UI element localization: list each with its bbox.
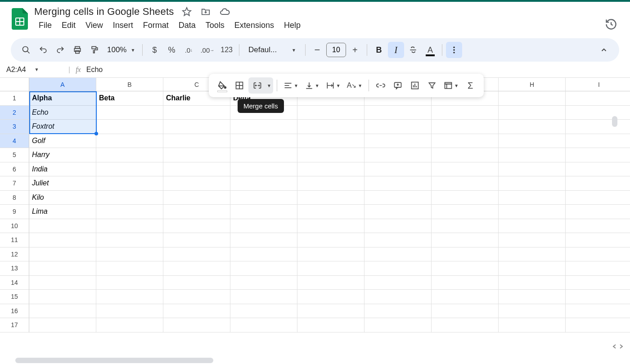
- cloud-status-icon[interactable]: [218, 5, 231, 18]
- cell[interactable]: [230, 318, 297, 333]
- cell[interactable]: [163, 219, 230, 234]
- cell[interactable]: [566, 162, 630, 177]
- cell[interactable]: [432, 176, 499, 191]
- cell[interactable]: Harry: [29, 148, 96, 162]
- cell[interactable]: [499, 120, 566, 134]
- cell[interactable]: [432, 120, 499, 134]
- cell[interactable]: [364, 233, 432, 247]
- cell[interactable]: [432, 106, 499, 120]
- cell[interactable]: [499, 91, 566, 106]
- cell[interactable]: [432, 233, 499, 247]
- row-header[interactable]: 13: [0, 261, 29, 276]
- cell[interactable]: [163, 233, 230, 247]
- cell[interactable]: [297, 148, 364, 162]
- menu-file[interactable]: File: [34, 19, 56, 32]
- cell[interactable]: [499, 233, 566, 247]
- cell[interactable]: [566, 106, 630, 120]
- cell[interactable]: [566, 290, 630, 304]
- text-color-button[interactable]: A: [422, 42, 438, 58]
- cell[interactable]: [297, 219, 364, 234]
- cell[interactable]: [29, 304, 96, 319]
- cell[interactable]: [566, 191, 630, 205]
- cell[interactable]: [163, 318, 230, 333]
- cell[interactable]: [499, 191, 566, 205]
- cell[interactable]: [566, 120, 630, 134]
- cell[interactable]: [364, 191, 432, 205]
- cell[interactable]: [432, 261, 499, 276]
- cell[interactable]: [499, 261, 566, 276]
- merge-dropdown-caret-icon[interactable]: ▼: [267, 83, 271, 88]
- cell[interactable]: [566, 304, 630, 319]
- column-header[interactable]: B: [96, 78, 163, 91]
- cell[interactable]: [566, 219, 630, 234]
- cell[interactable]: [566, 148, 630, 162]
- cell[interactable]: [364, 219, 432, 234]
- borders-button[interactable]: [231, 77, 248, 94]
- cell[interactable]: [566, 233, 630, 247]
- cell[interactable]: [96, 219, 163, 234]
- cell[interactable]: Alpha: [29, 91, 96, 106]
- cell[interactable]: [230, 247, 297, 262]
- cell[interactable]: [163, 247, 230, 262]
- more-toolbar-button[interactable]: [446, 42, 462, 58]
- cell[interactable]: [499, 219, 566, 234]
- cell[interactable]: Lima: [29, 205, 96, 219]
- select-all-corner[interactable]: [0, 78, 29, 91]
- cell[interactable]: [499, 162, 566, 177]
- cell[interactable]: [96, 162, 163, 177]
- scroll-right-icon[interactable]: [618, 344, 624, 349]
- cell[interactable]: [29, 290, 96, 304]
- cell[interactable]: Juliet: [29, 176, 96, 191]
- cell[interactable]: [230, 176, 297, 191]
- cell[interactable]: [297, 205, 364, 219]
- row-header[interactable]: 6: [0, 162, 29, 177]
- row-header[interactable]: 8: [0, 191, 29, 205]
- cell[interactable]: [364, 304, 432, 319]
- cell[interactable]: [163, 148, 230, 162]
- cell[interactable]: [96, 106, 163, 120]
- cell[interactable]: [230, 290, 297, 304]
- cell[interactable]: [29, 233, 96, 247]
- cell[interactable]: India: [29, 162, 96, 177]
- cell[interactable]: [96, 304, 163, 319]
- row-header[interactable]: 7: [0, 176, 29, 191]
- cell[interactable]: [163, 106, 230, 120]
- cell[interactable]: [499, 247, 566, 262]
- cell[interactable]: [297, 120, 364, 134]
- cell[interactable]: [432, 191, 499, 205]
- cell[interactable]: [499, 318, 566, 333]
- cell[interactable]: [29, 276, 96, 290]
- cell[interactable]: [230, 233, 297, 247]
- name-box[interactable]: A2:A4 ▼: [4, 66, 63, 74]
- zoom-dropdown[interactable]: 100%▼: [104, 45, 139, 54]
- cell[interactable]: [364, 261, 432, 276]
- cell[interactable]: [499, 290, 566, 304]
- cell[interactable]: [163, 176, 230, 191]
- cell[interactable]: [96, 120, 163, 134]
- cell[interactable]: [566, 134, 630, 148]
- cell[interactable]: [163, 191, 230, 205]
- cell[interactable]: [96, 290, 163, 304]
- cell[interactable]: [96, 318, 163, 333]
- print-icon[interactable]: [69, 42, 86, 58]
- cell[interactable]: [499, 176, 566, 191]
- scrollbar-thumb[interactable]: [612, 116, 617, 127]
- history-icon[interactable]: [605, 18, 619, 32]
- search-icon[interactable]: [18, 42, 34, 58]
- cell[interactable]: [432, 205, 499, 219]
- cell[interactable]: [364, 290, 432, 304]
- decrease-font-size-button[interactable]: −: [309, 42, 325, 58]
- cell[interactable]: [230, 148, 297, 162]
- decrease-decimal-icon[interactable]: .0↓: [180, 42, 197, 58]
- italic-button[interactable]: I: [388, 42, 404, 58]
- cell[interactable]: [499, 134, 566, 148]
- menu-tools[interactable]: Tools: [201, 19, 229, 32]
- cell[interactable]: [499, 148, 566, 162]
- cell[interactable]: [163, 205, 230, 219]
- column-header[interactable]: H: [499, 78, 566, 91]
- menu-view[interactable]: View: [81, 19, 108, 32]
- star-icon[interactable]: [180, 5, 193, 18]
- cell[interactable]: [364, 318, 432, 333]
- cell[interactable]: [566, 247, 630, 262]
- cell[interactable]: [96, 233, 163, 247]
